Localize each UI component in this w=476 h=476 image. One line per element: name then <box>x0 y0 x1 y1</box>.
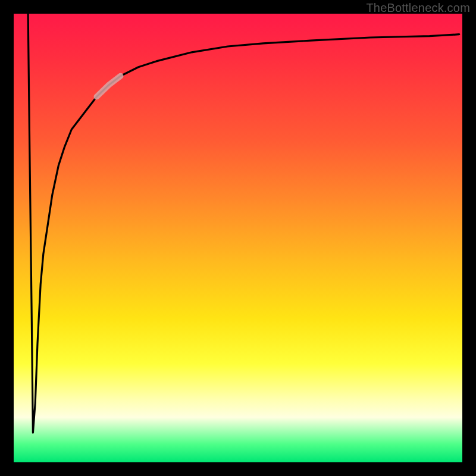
plot-area <box>14 14 462 462</box>
watermark-text: TheBottleneck.com <box>366 1 470 15</box>
curve-svg <box>14 14 462 462</box>
bottleneck-curve-path <box>28 14 459 433</box>
highlight-segment-path <box>97 76 121 97</box>
chart-frame: TheBottleneck.com <box>0 0 476 476</box>
